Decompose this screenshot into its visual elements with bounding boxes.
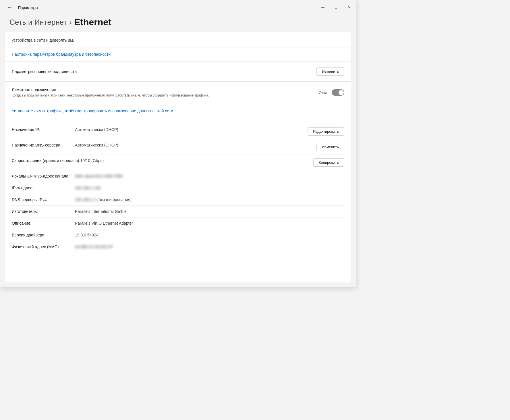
minimize-button[interactable]: — <box>316 0 329 15</box>
dns-ipv4-value: 192.168.1.1 (без шифрования) <box>75 197 132 202</box>
close-button[interactable]: ✕ <box>343 0 356 15</box>
ipv4-label: IPv4-адрес: <box>12 186 75 190</box>
maximize-button[interactable]: □ <box>329 0 343 15</box>
ipv6-row-left: Локальный IPv6-адрес канала: fe80::abcd:… <box>12 174 344 178</box>
breadcrumb: Сеть и Интернет › Ethernet <box>9 17 347 28</box>
mac-row-left: Физический адрес (MAC): AA:BB:CC:DD:EE:F… <box>12 244 344 249</box>
dns-row: Назначение DNS-сервера: Автоматически (D… <box>12 139 344 155</box>
dns-row-left: Назначение DNS-сервера: Автоматически (D… <box>12 143 312 147</box>
titlebar-left: ← Параметры <box>5 3 38 12</box>
ip-value: Автоматически (DHCP) <box>75 127 118 132</box>
ipv6-value: fe80::abcd:ef12:3456:7890 <box>75 174 123 178</box>
dns-change-button[interactable]: Изменить <box>316 143 344 151</box>
dns-value: Автоматически (DHCP) <box>75 143 118 147</box>
mac-label: Физический адрес (MAC): <box>12 244 75 249</box>
driver-label: Версия драйвера: <box>12 233 75 237</box>
metered-row-content: Лимитное подключение Когда вы подключены… <box>12 87 314 98</box>
dns-ipv4-row-left: DNS-серверы IPv4: 192.168.1.1 (без шифро… <box>12 197 344 202</box>
description-value: Parallels VirtIO Ethernet Adapter <box>75 221 133 226</box>
ipv6-label: Локальный IPv6-адрес канала: <box>12 174 75 178</box>
manufacturer-row-left: Изготовитель: Parallels International Gm… <box>12 209 344 214</box>
back-button[interactable]: ← <box>5 3 15 12</box>
manufacturer-label: Изготовитель: <box>12 209 75 214</box>
description-label: Описание: <box>12 221 75 226</box>
mac-value: AA:BB:CC:DD:EE:FF <box>75 244 113 249</box>
ip-edit-button[interactable]: Редактировать <box>308 127 344 136</box>
ipv4-row-left: IPv4-адрес: 192.168.1.100 <box>12 186 344 190</box>
metered-row-desc: Когда вы подключены к этой сети, некотор… <box>12 93 213 98</box>
dns-ipv4-row: DNS-серверы IPv4: 192.168.1.1 (без шифро… <box>12 194 344 206</box>
description-row: Описание: Parallels VirtIO Ethernet Adap… <box>12 217 344 229</box>
metered-row-action: Откл. <box>319 89 344 96</box>
speed-row-btn: Копировать <box>313 158 344 167</box>
ip-row-left: Назначение IP: Автоматически (DHCP) <box>12 127 303 132</box>
mac-row: Физический адрес (MAC): AA:BB:CC:DD:EE:F… <box>12 241 344 253</box>
auth-row-action: Изменить <box>316 67 344 76</box>
description-row-left: Описание: Parallels VirtIO Ethernet Adap… <box>12 221 344 226</box>
auth-change-button[interactable]: Изменить <box>316 67 344 76</box>
titlebar-title: Параметры <box>18 5 38 10</box>
titlebar: ← Параметры — □ ✕ <box>0 0 356 15</box>
copy-button[interactable]: Копировать <box>313 158 344 167</box>
toggle-label: Откл. <box>319 90 328 95</box>
titlebar-controls: — □ ✕ <box>316 0 356 15</box>
speed-label: Скорость линии (прием и передача): <box>12 158 80 163</box>
ip-row: Назначение IP: Автоматически (DHCP) Реда… <box>12 124 344 139</box>
speed-value: 10/10 (Gbps) <box>80 158 104 163</box>
metered-row-title: Лимитное подключение <box>12 87 314 92</box>
manufacturer-value: Parallels International GmbH <box>75 209 126 214</box>
dns-ipv4-label: DNS-серверы IPv4: <box>12 197 75 202</box>
breadcrumb-current: Ethernet <box>74 17 111 28</box>
ipv6-row: Локальный IPv6-адрес канала: fe80::abcd:… <box>12 170 344 182</box>
breadcrumb-parent[interactable]: Сеть и Интернет <box>9 18 67 27</box>
driver-value: 19.3.0.54924 <box>75 233 98 237</box>
breadcrumb-separator: › <box>69 18 72 27</box>
header-area: Сеть и Интернет › Ethernet <box>0 15 356 32</box>
auth-row-content: Параметры проверки подлинности <box>12 69 312 74</box>
metered-toggle[interactable] <box>332 89 344 96</box>
firewall-link[interactable]: Настройка параметров брандмауэра и безоп… <box>5 47 351 61</box>
auth-row-title: Параметры проверки подлинности <box>12 69 312 74</box>
speed-row-left: Скорость линии (прием и передача): 10/10… <box>12 158 309 163</box>
traffic-link[interactable]: Установите лимит трафика, чтобы контроли… <box>5 104 351 118</box>
info-section: Назначение IP: Автоматически (DHCP) Реда… <box>5 118 351 253</box>
driver-row: Версия драйвера: 19.3.0.54924 <box>12 229 344 241</box>
driver-row-left: Версия драйвера: 19.3.0.54924 <box>12 233 344 237</box>
top-text: устройства в сети и доверять им. <box>5 32 351 47</box>
content-area: устройства в сети и доверять им. Настрой… <box>5 32 351 282</box>
dns-label: Назначение DNS-сервера: <box>12 143 75 147</box>
manufacturer-row: Изготовитель: Parallels International Gm… <box>12 206 344 217</box>
auth-row: Параметры проверки подлинности Изменить <box>5 61 351 82</box>
ip-label: Назначение IP: <box>12 127 75 132</box>
speed-row: Скорость линии (прием и передача): 10/10… <box>12 155 344 170</box>
ipv4-value: 192.168.1.100 <box>75 186 101 190</box>
dns-row-btn: Изменить <box>316 143 344 151</box>
ip-row-btn: Редактировать <box>308 127 344 136</box>
ipv4-row: IPv4-адрес: 192.168.1.100 <box>12 182 344 194</box>
settings-window: ← Параметры — □ ✕ Сеть и Интернет › Ethe… <box>0 0 356 287</box>
metered-row: Лимитное подключение Когда вы подключены… <box>5 82 351 104</box>
